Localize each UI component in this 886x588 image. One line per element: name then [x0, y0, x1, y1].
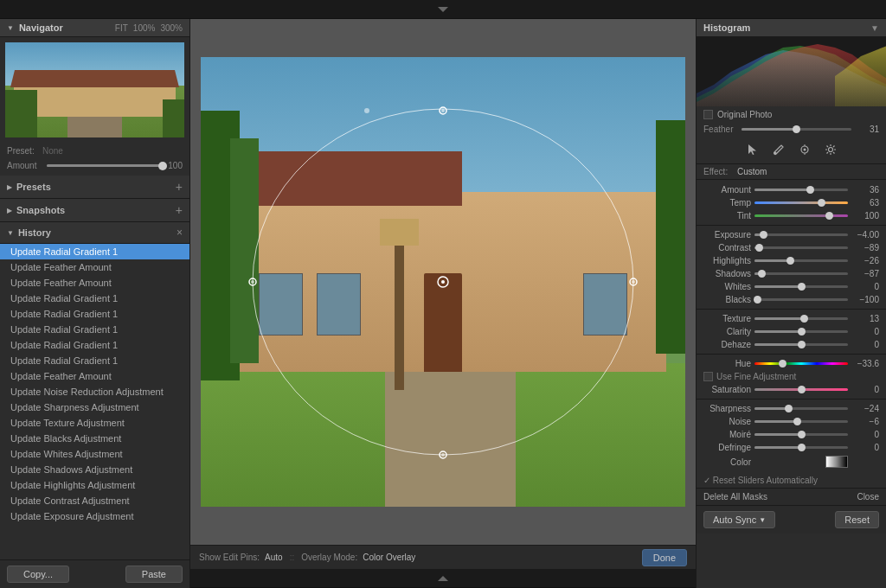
right-panel: Histogram ▼ — [696, 19, 886, 588]
history-header-left: ▼ History — [7, 227, 51, 238]
adj-exposure-row: Exposure −4.00 — [697, 228, 886, 241]
bottom-bar — [190, 569, 696, 588]
cursor-tool-icon[interactable] — [743, 140, 762, 159]
presets-section-header[interactable]: ▶ Presets + — [0, 176, 189, 199]
adj-whites-row: Whites 0 — [697, 280, 886, 293]
show-edit-pins-value[interactable]: Auto — [265, 553, 283, 562]
original-photo-checkbox[interactable] — [703, 110, 713, 119]
history-item-13[interactable]: Update Whites Adjustment — [0, 446, 189, 462]
adj-clarity-slider[interactable] — [754, 330, 848, 333]
navigator-zoom-100[interactable]: 100% — [133, 23, 156, 33]
adj-defringe-thumb — [798, 444, 806, 451]
adj-moire-thumb — [798, 431, 806, 438]
adj-noise-slider[interactable] — [754, 420, 848, 423]
delete-all-masks-button[interactable]: Delete All Masks — [703, 492, 767, 502]
presets-add-button[interactable]: + — [176, 180, 183, 194]
done-button[interactable]: Done — [642, 549, 687, 566]
feather-slider[interactable] — [742, 128, 851, 131]
settings-tool-icon[interactable] — [821, 140, 840, 159]
adj-texture-label: Texture — [703, 314, 751, 323]
navigator-thumbnail[interactable] — [5, 42, 184, 137]
history-item-6[interactable]: Update Radial Gradient 1 — [0, 337, 189, 353]
navigator-fit[interactable]: FIT — [115, 23, 128, 33]
close-panel-button[interactable]: Close — [857, 492, 879, 502]
adj-shadows-slider[interactable] — [754, 272, 848, 275]
auto-sync-dropdown-icon[interactable]: ▼ — [759, 516, 766, 524]
presets-title: Presets — [16, 182, 51, 192]
adj-contrast-slider[interactable] — [754, 246, 848, 249]
adj-blacks-slider[interactable] — [754, 298, 848, 301]
snapshots-add-button[interactable]: + — [176, 203, 183, 217]
history-item-12[interactable]: Update Blacks Adjustment — [0, 431, 189, 446]
history-item-1[interactable]: Update Feather Amount — [0, 259, 189, 275]
history-item-11[interactable]: Update Texture Adjustment — [0, 415, 189, 431]
history-item-2[interactable]: Update Feather Amount — [0, 275, 189, 291]
adj-exposure-slider[interactable] — [754, 233, 848, 236]
adj-defringe-slider[interactable] — [754, 446, 848, 449]
main-photo[interactable] — [201, 57, 685, 507]
adj-hue-slider[interactable] — [754, 362, 848, 365]
histogram-menu-icon[interactable]: ▼ — [870, 23, 879, 33]
adj-sharpness-slider[interactable] — [754, 407, 848, 410]
adj-tint-thumb — [825, 212, 833, 220]
history-item-5[interactable]: Update Radial Gradient 1 — [0, 322, 189, 337]
adj-tint-slider[interactable] — [754, 214, 848, 217]
adj-dehaze-slider[interactable] — [754, 343, 848, 346]
adj-amount-row: Amount 36 — [697, 183, 886, 196]
adj-blacks-row: Blacks −100 — [697, 293, 886, 306]
history-item-8[interactable]: Update Feather Amount — [0, 368, 189, 384]
histogram-display — [697, 37, 886, 106]
snapshots-title: Snapshots — [16, 205, 65, 215]
history-item-0[interactable]: Update Radial Gradient 1 — [0, 244, 189, 259]
history-item-14[interactable]: Update Shadows Adjustment — [0, 462, 189, 477]
adj-saturation-label: Saturation — [703, 385, 751, 394]
adj-texture-slider[interactable] — [754, 317, 848, 320]
adj-highlights-fill — [754, 259, 790, 262]
adj-tint-value: 100 — [851, 211, 879, 220]
overlay-mode-value[interactable]: Color Overlay — [363, 553, 415, 562]
amount-slider[interactable] — [47, 164, 163, 167]
navigator-header[interactable]: ▼ Navigator FIT 100% 300% — [0, 19, 189, 37]
history-close-button[interactable]: × — [177, 227, 183, 239]
snapshots-section-header[interactable]: ▶ Snapshots + — [0, 199, 189, 222]
adj-blacks-value: −100 — [851, 295, 879, 304]
adj-saturation-slider[interactable] — [754, 388, 848, 391]
adj-clarity-label: Clarity — [703, 327, 751, 336]
adj-contrast-thumb — [755, 244, 763, 252]
effect-value[interactable]: Custom — [737, 167, 767, 176]
copy-button[interactable]: Copy... — [7, 566, 69, 583]
history-item-16[interactable]: Update Contrast Adjustment — [0, 493, 189, 508]
reset-sliders-label[interactable]: ✓ Reset Sliders Automatically — [703, 476, 818, 485]
adj-whites-slider[interactable] — [754, 285, 848, 288]
adj-temp-slider[interactable] — [754, 201, 848, 204]
adj-color-swatch[interactable] — [825, 456, 848, 468]
reset-button[interactable]: Reset — [835, 511, 879, 528]
history-item-10[interactable]: Update Sharpness Adjustment — [0, 399, 189, 415]
adj-clarity-thumb — [798, 328, 806, 336]
history-item-9[interactable]: Update Noise Reduction Adjustment — [0, 384, 189, 399]
history-item-15[interactable]: Update Highlights Adjustment — [0, 477, 189, 493]
adj-dehaze-label: Dehaze — [703, 340, 751, 349]
navigator-collapse-icon: ▼ — [7, 24, 14, 32]
presets-expand-icon: ▶ — [7, 183, 12, 191]
adj-whites-value: 0 — [851, 282, 879, 291]
history-item-3[interactable]: Update Radial Gradient 1 — [0, 291, 189, 306]
brush-tool-icon[interactable] — [769, 140, 788, 159]
adj-moire-slider[interactable] — [754, 433, 848, 436]
bottom-arrow-icon — [438, 576, 448, 581]
fine-adjustment-checkbox[interactable] — [703, 372, 713, 381]
history-section-header[interactable]: ▼ History × — [0, 222, 189, 244]
auto-sync-button[interactable]: Auto Sync ▼ — [703, 511, 775, 528]
adj-hue-label: Hue — [703, 359, 751, 368]
adj-highlights-slider[interactable] — [754, 259, 848, 262]
eye-dropper-tool-icon[interactable] — [795, 140, 814, 159]
history-item-17[interactable]: Update Exposure Adjustment — [0, 508, 189, 524]
original-photo-row: Original Photo — [697, 106, 886, 123]
history-item-7[interactable]: Update Radial Gradient 1 — [0, 353, 189, 368]
paste-button[interactable]: Paste — [125, 566, 183, 583]
adj-defringe-label: Defringe — [703, 443, 751, 452]
history-item-4[interactable]: Update Radial Gradient 1 — [0, 306, 189, 322]
navigator-zoom-300[interactable]: 300% — [160, 23, 183, 33]
navigator-title: Navigator — [19, 22, 63, 33]
adj-amount-slider[interactable] — [754, 189, 848, 191]
